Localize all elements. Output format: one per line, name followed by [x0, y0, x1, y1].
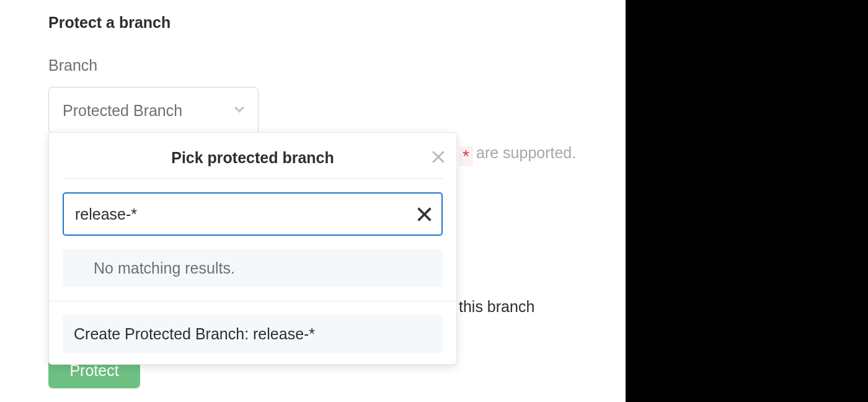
close-icon[interactable]: [432, 150, 445, 164]
branch-label: Branch: [48, 56, 868, 74]
clear-input-icon[interactable]: [417, 207, 432, 221]
this-branch-text: this branch: [459, 298, 534, 316]
chevron-down-icon: [233, 104, 246, 117]
supported-text: are supported.: [476, 144, 576, 162]
panel-header: Pick protected branch: [63, 144, 443, 179]
branch-dropdown-panel: Pick protected branch No matching result…: [48, 132, 457, 365]
branch-search-input[interactable]: [63, 192, 443, 236]
wildcard-symbol: *: [459, 146, 473, 166]
panel-divider: [49, 301, 456, 302]
no-results-message: No matching results.: [63, 249, 443, 287]
branch-dropdown-trigger[interactable]: Protected Branch: [48, 87, 259, 134]
section-title: Protect a branch: [48, 14, 868, 32]
panel-title: Pick protected branch: [171, 149, 334, 166]
branch-dropdown-placeholder: Protected Branch: [63, 102, 182, 120]
create-branch-option[interactable]: Create Protected Branch: release-*: [63, 315, 443, 353]
